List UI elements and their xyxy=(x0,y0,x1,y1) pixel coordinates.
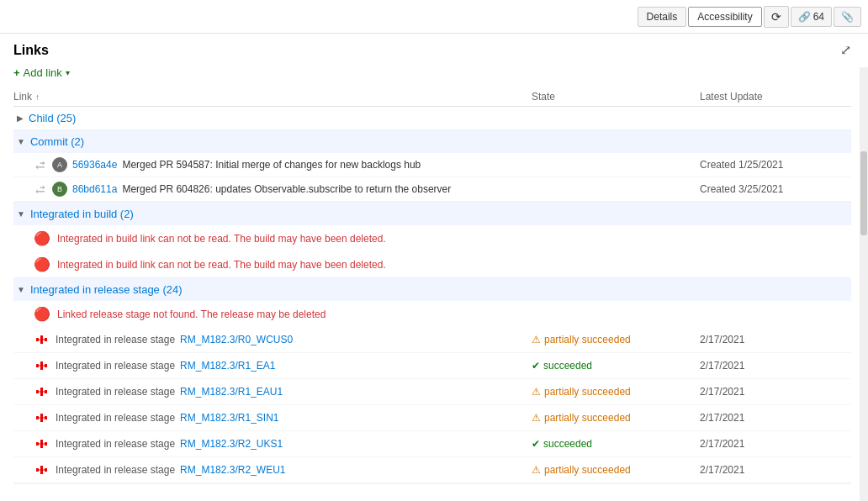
release-status-label-4: partially succeeded xyxy=(544,412,631,424)
integrated-release-section-header[interactable]: ▼ Integrated in release stage (24) xyxy=(13,278,851,301)
integrated-build-section-header[interactable]: ▼ Integrated in build (2) xyxy=(13,203,851,225)
release-date-5: 2/17/2021 xyxy=(700,438,851,450)
release-link-2[interactable]: RM_M182.3/R1_EA1 xyxy=(180,360,275,372)
check-icon-2: ✔ xyxy=(532,360,540,372)
release-status-6: ⚠ partially succeeded xyxy=(532,464,700,476)
release-status-label-1: partially succeeded xyxy=(544,334,631,345)
release-date-3: 2/17/2021 xyxy=(700,386,851,398)
commit-row-2: ⥄ B 86bd611a Merged PR 604826: updates O… xyxy=(13,177,851,202)
release-row-1-link-cell: Integrated in release stage RM_M182.3/R0… xyxy=(34,331,532,348)
scroll-area[interactable]: ▶ Child (25) ▼ Commit (2) ⥄ A 56936a4e M… xyxy=(13,107,851,501)
scrollbar-track[interactable] xyxy=(860,67,868,501)
commit-row-2-link-cell: ⥄ B 86bd611a Merged PR 604826: updates O… xyxy=(34,182,532,197)
commit-chevron-icon: ▼ xyxy=(17,137,25,146)
release-row-6: Integrated in release stage RM_M182.3/R2… xyxy=(13,457,851,483)
main-content: Links ⤢ + Add link ▾ Link ↑ State Latest… xyxy=(0,34,868,501)
links-title: Links xyxy=(13,43,49,58)
commit-msg-1: Merged PR 594587: Initial merge of chang… xyxy=(122,159,421,171)
release-stage-icon-4 xyxy=(34,409,50,426)
release-status-label-6: partially succeeded xyxy=(544,464,631,476)
avatar-2: B xyxy=(52,182,67,197)
commit-date-1: Created 1/25/2021 xyxy=(700,159,851,171)
svg-rect-0 xyxy=(36,338,39,341)
release-stage-icon-1 xyxy=(34,331,50,348)
svg-rect-11 xyxy=(40,388,43,396)
release-status-label-2: succeeded xyxy=(543,360,592,372)
child-section-label: Child (25) xyxy=(29,112,76,124)
add-link-button[interactable]: + Add link ▾ xyxy=(13,66,70,79)
page-wrapper: Details Accessibility ⟳ 🔗 64 📎 Links ⤢ +… xyxy=(0,0,868,501)
release-stage-icon-2 xyxy=(34,357,50,374)
release-prefix-3: Integrated in release stage xyxy=(56,386,175,398)
release-link-3[interactable]: RM_M182.3/R1_EAU1 xyxy=(180,386,283,398)
release-link-1[interactable]: RM_M182.3/R0_WCUS0 xyxy=(180,334,293,345)
build-error-text-2: Integrated in build link can not be read… xyxy=(57,259,386,271)
history-button[interactable]: ⟳ xyxy=(764,6,789,28)
build-error-text-1: Integrated in build link can not be read… xyxy=(57,233,386,245)
expand-button[interactable]: ⤢ xyxy=(840,42,851,58)
svg-rect-26 xyxy=(40,466,43,474)
check-icon-5: ✔ xyxy=(532,438,540,450)
warning-icon-1: ⚠ xyxy=(532,334,541,345)
release-row-4: Integrated in release stage RM_M182.3/R1… xyxy=(13,405,851,431)
commit-section-header[interactable]: ▼ Commit (2) xyxy=(13,130,851,153)
svg-rect-27 xyxy=(45,468,47,472)
release-date-1: 2/17/2021 xyxy=(700,334,851,345)
release-link-6[interactable]: RM_M182.3/R2_WEU1 xyxy=(180,464,285,476)
chevron-down-icon: ▾ xyxy=(66,68,70,77)
release-status-3: ⚠ partially succeeded xyxy=(532,386,700,398)
commit-section: ▼ Commit (2) ⥄ A 56936a4e Merged PR 5945… xyxy=(13,130,851,203)
svg-rect-6 xyxy=(40,361,43,370)
svg-rect-2 xyxy=(45,338,47,341)
svg-rect-20 xyxy=(36,442,39,446)
table-header: Link ↑ State Latest Update xyxy=(13,87,851,107)
details-tab-button[interactable]: Details xyxy=(638,7,687,27)
scrollbar-thumb[interactable] xyxy=(860,151,867,235)
integrated-release-section-label: Integrated in release stage (24) xyxy=(30,283,183,296)
svg-rect-7 xyxy=(45,364,47,367)
svg-rect-16 xyxy=(40,414,43,422)
child-section-header[interactable]: ▶ Child (25) xyxy=(13,107,851,129)
svg-rect-22 xyxy=(45,442,47,446)
accessibility-tab-button[interactable]: Accessibility xyxy=(688,7,761,27)
release-stage-icon-6 xyxy=(34,461,50,478)
commit-hash-1[interactable]: 56936a4e xyxy=(72,159,117,171)
release-date-4: 2/17/2021 xyxy=(700,412,851,424)
svg-rect-15 xyxy=(36,416,39,419)
release-row-2: Integrated in release stage RM_M182.3/R1… xyxy=(13,353,851,379)
history-icon: ⟳ xyxy=(771,10,781,24)
child-section: ▶ Child (25) xyxy=(13,107,851,130)
release-row-3: Integrated in release stage RM_M182.3/R1… xyxy=(13,379,851,405)
plus-icon: + xyxy=(13,66,20,79)
link-icon: 🔗 xyxy=(798,11,811,23)
link-col-label: Link xyxy=(13,91,32,103)
svg-rect-1 xyxy=(40,335,43,344)
commit-section-label: Commit (2) xyxy=(30,135,84,148)
commit-hash-2[interactable]: 86bd611a xyxy=(72,183,117,195)
release-row-4-link-cell: Integrated in release stage RM_M182.3/R1… xyxy=(34,409,532,426)
build-error-row-1: 🔴 Integrated in build link can not be re… xyxy=(13,225,851,251)
sort-arrow-icon: ↑ xyxy=(35,92,40,102)
links-header: Links ⤢ xyxy=(13,42,851,58)
release-status-label-3: partially succeeded xyxy=(544,386,631,398)
release-link-4[interactable]: RM_M182.3/R1_SIN1 xyxy=(180,412,278,424)
error-icon-1: 🔴 xyxy=(34,230,50,246)
links-button[interactable]: 🔗 64 xyxy=(791,7,832,27)
release-link-5[interactable]: RM_M182.3/R2_UKS1 xyxy=(180,438,283,450)
warning-icon-4: ⚠ xyxy=(532,412,541,424)
release-status-2: ✔ succeeded xyxy=(532,360,700,372)
add-link-label: Add link xyxy=(24,66,62,79)
commit-branch-icon-2: ⥄ xyxy=(34,182,47,196)
error-icon-release: 🔴 xyxy=(34,306,50,322)
error-icon-2: 🔴 xyxy=(34,256,50,272)
release-status-4: ⚠ partially succeeded xyxy=(532,412,700,424)
warning-icon-6: ⚠ xyxy=(532,464,541,476)
svg-rect-17 xyxy=(45,416,47,419)
paperclip-icon: 📎 xyxy=(841,11,854,23)
commit-branch-icon-1: ⥄ xyxy=(34,158,47,171)
avatar-1: A xyxy=(52,157,67,172)
svg-rect-21 xyxy=(40,440,43,448)
attach-button[interactable]: 📎 xyxy=(834,7,861,27)
state-column-header: State xyxy=(532,91,700,103)
linked-release-error-row: 🔴 Linked release stage not found. The re… xyxy=(13,301,851,327)
